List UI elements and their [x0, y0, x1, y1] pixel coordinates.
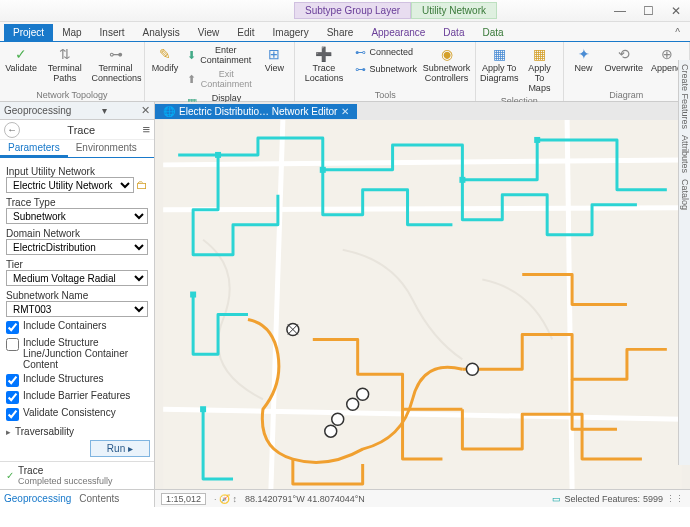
- subnetwork-controllers-button[interactable]: ◉Subnetwork Controllers: [422, 44, 471, 85]
- subnetwork-name-select[interactable]: RMT003: [6, 301, 148, 317]
- tab-imagery[interactable]: Imagery: [264, 24, 318, 41]
- label-tier: Tier: [6, 259, 148, 270]
- modify-button[interactable]: ✎Modify: [149, 44, 181, 75]
- terminal-connections-button[interactable]: ⊶Terminal Connections: [91, 44, 140, 85]
- domain-network-select[interactable]: ElectricDistribution: [6, 239, 148, 255]
- ribbon-tabs: Project Map Insert Analysis View Edit Im…: [0, 22, 690, 42]
- tool-title: Trace: [67, 124, 95, 136]
- svg-rect-1: [215, 152, 221, 158]
- validate-consistency-checkbox[interactable]: [6, 408, 19, 421]
- label-subname: Subnetwork Name: [6, 290, 148, 301]
- svg-point-9: [347, 398, 359, 410]
- selection-menu-icon[interactable]: ⋮⋮: [666, 494, 684, 504]
- svg-point-10: [332, 413, 344, 425]
- rail-catalog[interactable]: Catalog: [679, 179, 690, 210]
- new-diagram-button[interactable]: ✦New: [568, 44, 600, 75]
- tab-data-1[interactable]: Data: [434, 24, 473, 41]
- tab-insert[interactable]: Insert: [91, 24, 134, 41]
- bottom-tab-geoprocessing[interactable]: Geoprocessing: [4, 493, 71, 504]
- trace-locations-button[interactable]: ➕Trace Locations: [299, 44, 348, 85]
- selected-count: 5999: [643, 494, 663, 504]
- connected-button[interactable]: ⊷Connected: [350, 44, 420, 60]
- bottom-tab-contents[interactable]: Contents: [79, 493, 119, 504]
- context-tab-utility: Utility Network: [411, 2, 497, 19]
- side-rail: Create Features Attributes Catalog: [678, 60, 690, 465]
- include-structures-checkbox[interactable]: [6, 374, 19, 387]
- tab-project[interactable]: Project: [4, 24, 53, 41]
- window-maximize[interactable]: ☐: [638, 4, 658, 18]
- subnetwork-button[interactable]: ⊶Subnetwork: [350, 61, 420, 77]
- map-coords: 88.1420791°W 41.8074044°N: [245, 494, 365, 504]
- map-tab-icon: 🌐: [163, 106, 175, 117]
- run-button[interactable]: Run ▸: [90, 440, 150, 457]
- terminal-paths-button[interactable]: ⇅Terminal Paths: [40, 44, 89, 85]
- rail-create-features[interactable]: Create Features: [679, 64, 690, 129]
- section-traversability[interactable]: Traversability: [6, 426, 148, 437]
- label-input-network: Input Utility Network: [6, 166, 148, 177]
- back-icon[interactable]: ←: [4, 122, 20, 138]
- tier-select[interactable]: Medium Voltage Radial: [6, 270, 148, 286]
- svg-rect-3: [459, 177, 465, 183]
- map-tab[interactable]: 🌐 Electric Distributio… Network Editor ✕: [155, 104, 357, 119]
- window-close[interactable]: ✕: [666, 4, 686, 18]
- svg-point-8: [357, 388, 369, 400]
- panel-pin-icon[interactable]: ▾: [102, 105, 107, 116]
- tab-share[interactable]: Share: [318, 24, 363, 41]
- svg-rect-5: [190, 292, 196, 298]
- group-network-topology: Network Topology: [4, 89, 140, 101]
- browse-icon[interactable]: 🗀: [136, 178, 148, 192]
- selected-label: Selected Features:: [564, 494, 640, 504]
- include-barrier-checkbox[interactable]: [6, 391, 19, 404]
- enter-containment-button[interactable]: ⬇Enter Containment: [183, 44, 257, 67]
- map-scale[interactable]: 1:15,012: [161, 493, 206, 505]
- map-view[interactable]: [155, 120, 690, 489]
- tab-map[interactable]: Map: [53, 24, 90, 41]
- include-containers-checkbox[interactable]: [6, 321, 19, 334]
- apply-to-maps-button[interactable]: ▦Apply To Maps: [520, 44, 558, 95]
- context-tab-subtype: Subtype Group Layer: [294, 2, 411, 19]
- svg-rect-6: [200, 406, 206, 412]
- view-assoc-button[interactable]: ⊞View: [258, 44, 290, 75]
- svg-rect-2: [320, 167, 326, 173]
- scale-icons[interactable]: · 🧭 ↕: [214, 494, 237, 504]
- selection-icon: ▭: [552, 494, 561, 504]
- tab-view[interactable]: View: [189, 24, 229, 41]
- status-title: Trace: [18, 465, 113, 476]
- panel-title: Geoprocessing: [4, 105, 71, 116]
- svg-point-11: [325, 425, 337, 437]
- exit-containment-button[interactable]: ⬆Exit Containment: [183, 68, 257, 91]
- trace-type-select[interactable]: Subnetwork: [6, 208, 148, 224]
- apply-to-diagrams-button[interactable]: ▦Apply To Diagrams: [480, 44, 518, 85]
- tab-environments[interactable]: Environments: [68, 140, 145, 157]
- status-message: Completed successfully: [18, 476, 113, 486]
- overwrite-button[interactable]: ⟲Overwrite: [602, 44, 647, 75]
- menu-icon[interactable]: ≡: [142, 122, 150, 137]
- tab-appearance[interactable]: Appearance: [362, 24, 434, 41]
- window-minimize[interactable]: —: [610, 4, 630, 18]
- tab-data-2[interactable]: Data: [473, 24, 512, 41]
- ribbon-collapse-icon[interactable]: ^: [669, 24, 686, 41]
- include-structure-line-checkbox[interactable]: [6, 338, 19, 351]
- rail-attributes[interactable]: Attributes: [679, 135, 690, 173]
- svg-rect-4: [534, 137, 540, 143]
- success-icon: ✓: [6, 470, 14, 481]
- group-tools: Tools: [299, 89, 471, 101]
- label-trace-type: Trace Type: [6, 197, 148, 208]
- tab-analysis[interactable]: Analysis: [134, 24, 189, 41]
- map-tab-close-icon[interactable]: ✕: [341, 106, 349, 117]
- label-domain: Domain Network: [6, 228, 148, 239]
- svg-point-12: [466, 363, 478, 375]
- tab-edit[interactable]: Edit: [228, 24, 263, 41]
- input-network-select[interactable]: Electric Utility Network: [6, 177, 134, 193]
- tab-parameters[interactable]: Parameters: [0, 140, 68, 157]
- validate-button[interactable]: ✓Validate: [4, 44, 38, 75]
- panel-close-icon[interactable]: ✕: [141, 104, 150, 117]
- group-diagram: Diagram: [568, 89, 686, 101]
